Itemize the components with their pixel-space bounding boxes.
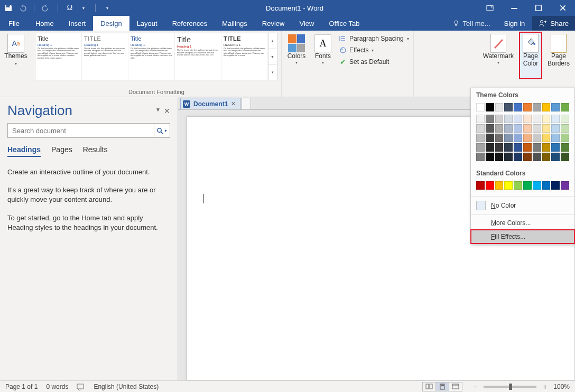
color-swatch[interactable] [504, 134, 513, 142]
color-swatch[interactable] [523, 153, 532, 161]
ribbon-display-icon[interactable] [478, 0, 502, 16]
style-set-item[interactable]: TitleHeading 1On the Insert tab, the gal… [35, 33, 82, 80]
color-swatch[interactable] [514, 103, 522, 111]
zoom-out-button[interactable]: − [471, 382, 479, 391]
color-swatch[interactable] [542, 143, 551, 152]
color-swatch[interactable] [533, 153, 541, 161]
color-swatch[interactable] [533, 143, 541, 152]
qat-dropdown-icon[interactable]: ▾ [79, 4, 88, 12]
color-swatch[interactable] [495, 124, 504, 133]
color-swatch[interactable] [561, 143, 569, 152]
style-set-gallery[interactable]: TitleHeading 1On the Insert tab, the gal… [35, 33, 278, 80]
zoom-slider[interactable] [484, 386, 536, 388]
status-words[interactable]: 0 words [46, 383, 68, 390]
color-swatch[interactable] [514, 124, 522, 133]
set-as-default-button[interactable]: ✔Set as Default [338, 57, 410, 67]
gallery-spinner[interactable]: ▲▼▾ [268, 33, 276, 80]
search-input[interactable] [8, 124, 154, 137]
color-swatch[interactable] [495, 143, 504, 152]
watermark-button[interactable]: Watermark ▾ [481, 32, 516, 79]
redo-icon[interactable] [42, 4, 50, 12]
color-swatch[interactable] [504, 181, 513, 190]
status-language[interactable]: English (United States) [94, 383, 159, 390]
color-swatch[interactable] [495, 181, 504, 190]
color-swatch[interactable] [486, 115, 494, 123]
color-swatch[interactable] [514, 153, 522, 161]
nav-options-icon[interactable]: ▼ [155, 107, 161, 115]
color-swatch[interactable] [476, 143, 485, 152]
nav-tab-headings[interactable]: Headings [7, 145, 41, 157]
style-set-item[interactable]: TITLEHeading 1On the Insert tab, the gal… [82, 33, 128, 80]
color-swatch[interactable] [504, 153, 513, 161]
color-swatch[interactable] [486, 103, 494, 111]
color-swatch[interactable] [542, 181, 551, 190]
color-swatch[interactable] [533, 103, 541, 111]
search-button[interactable]: ▼ [154, 124, 170, 137]
tab-close-icon[interactable]: ✕ [231, 100, 236, 107]
effects-button[interactable]: Effects▾ [338, 45, 410, 55]
tab-insert[interactable]: Insert [61, 16, 94, 31]
chevron-down-icon[interactable]: ▼ [268, 49, 276, 65]
minimize-button[interactable] [502, 0, 526, 16]
color-swatch[interactable] [486, 124, 494, 133]
color-swatch[interactable] [551, 115, 560, 123]
tab-references[interactable]: References [165, 16, 215, 31]
color-swatch[interactable] [533, 115, 541, 123]
color-swatch[interactable] [542, 124, 551, 133]
read-mode-button[interactable] [422, 382, 436, 391]
color-swatch[interactable] [476, 181, 485, 190]
color-swatch[interactable] [561, 103, 569, 111]
color-swatch[interactable] [533, 134, 541, 142]
nav-tab-pages[interactable]: Pages [51, 145, 72, 157]
color-swatch[interactable] [523, 181, 532, 190]
color-swatch[interactable] [495, 103, 504, 111]
color-swatch[interactable] [551, 153, 560, 161]
fill-effects-item[interactable]: Fill Effects... [471, 230, 574, 244]
color-swatch[interactable] [486, 143, 494, 152]
tab-review[interactable]: Review [255, 16, 292, 31]
more-colors-item[interactable]: More Colors... [471, 216, 574, 230]
color-swatch[interactable] [551, 143, 560, 152]
color-swatch[interactable] [523, 134, 532, 142]
color-swatch[interactable] [504, 143, 513, 152]
color-swatch[interactable] [561, 153, 569, 161]
undo-icon[interactable] [18, 4, 26, 12]
color-swatch[interactable] [504, 103, 513, 111]
nav-close-icon[interactable]: ✕ [164, 107, 170, 115]
color-swatch[interactable] [551, 103, 560, 111]
color-swatch[interactable] [504, 124, 513, 133]
share-button[interactable]: Share [532, 16, 575, 31]
tab-office-tab[interactable]: Office Tab [321, 16, 367, 31]
color-swatch[interactable] [542, 153, 551, 161]
status-page[interactable]: Page 1 of 1 [5, 383, 38, 390]
fonts-button[interactable]: A Fonts ▾ [311, 32, 335, 79]
color-swatch[interactable] [523, 103, 532, 111]
color-swatch[interactable] [486, 134, 494, 142]
color-swatch[interactable] [486, 153, 494, 161]
tab-layout[interactable]: Layout [129, 16, 165, 31]
color-swatch[interactable] [476, 103, 485, 111]
color-swatch[interactable] [561, 115, 569, 123]
nav-search[interactable]: ▼ [7, 123, 170, 138]
color-swatch[interactable] [476, 153, 485, 161]
color-swatch[interactable] [523, 124, 532, 133]
zoom-in-button[interactable]: + [541, 382, 549, 391]
color-swatch[interactable] [551, 134, 560, 142]
close-button[interactable] [551, 0, 575, 16]
color-swatch[interactable] [495, 134, 504, 142]
color-swatch[interactable] [476, 124, 485, 133]
color-swatch[interactable] [551, 181, 560, 190]
web-layout-button[interactable] [449, 382, 462, 391]
save-icon[interactable] [4, 4, 13, 12]
tab-view[interactable]: View [292, 16, 321, 31]
colors-button[interactable]: Colors ▾ [285, 32, 308, 79]
color-swatch[interactable] [542, 134, 551, 142]
color-swatch[interactable] [533, 181, 541, 190]
color-swatch[interactable] [561, 134, 569, 142]
color-swatch[interactable] [523, 115, 532, 123]
nav-tab-results[interactable]: Results [83, 145, 108, 157]
gallery-expand-icon[interactable]: ▾ [268, 64, 276, 80]
tell-me-search[interactable]: Tell me... [446, 16, 497, 31]
color-swatch[interactable] [542, 115, 551, 123]
sign-in-button[interactable]: Sign in [497, 16, 533, 31]
